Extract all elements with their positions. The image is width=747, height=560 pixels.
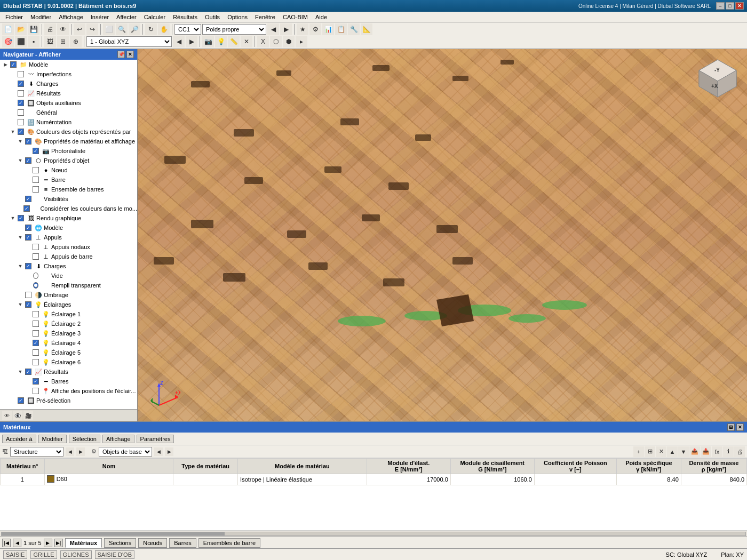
tab-materiaux[interactable]: Matériaux [65, 538, 102, 548]
nav-icon2[interactable]: 👁‍🗨 [13, 411, 22, 420]
expand-icon[interactable]: ▼ [17, 263, 23, 269]
tree-modele[interactable]: ▶ ✓ 📁 Modèle [0, 60, 137, 69]
viewport-3d[interactable]: Z +X [138, 49, 747, 421]
combo2-next[interactable]: ▶ [165, 447, 173, 456]
viewport-canvas[interactable]: Z +X [138, 49, 747, 421]
redo-button[interactable]: ↪ [86, 23, 98, 35]
select-all-button[interactable]: ⬜ [103, 23, 115, 35]
menu-item-fentre[interactable]: Fenêtre [252, 13, 279, 21]
tree-prop-objet[interactable]: ▼ ✓ ⬡ Propriétés d'objet [0, 156, 137, 165]
preview-button[interactable]: 👁 [57, 23, 69, 35]
tab-barres[interactable]: Barres [169, 538, 196, 548]
check-resultats[interactable] [18, 90, 24, 97]
radio-rempli[interactable] [33, 282, 38, 289]
check-eclairages[interactable]: ✓ [25, 301, 31, 308]
objets-combo[interactable]: Objets de base [99, 447, 152, 457]
check-photo[interactable]: ✓ [33, 148, 39, 154]
tree-photorealiste[interactable]: ✓ 📷 Photoréaliste [0, 146, 137, 156]
minimize-button[interactable]: – [716, 2, 725, 10]
mat-export-button[interactable]: 📤 [689, 446, 700, 457]
tb-extra5[interactable]: 🔧 [348, 23, 360, 35]
first-page-button[interactable]: |◀ [2, 539, 11, 547]
tree-barres-res[interactable]: ✓ ━ Barres [0, 377, 137, 386]
check-appuis[interactable]: ✓ [25, 234, 31, 241]
tree-couleurs[interactable]: ▼ ✓ 🎨 Couleurs des objets représentés pa… [0, 127, 137, 137]
check-ecl3[interactable] [33, 330, 39, 337]
check-general[interactable] [18, 109, 24, 116]
tree-resultats-rendu[interactable]: ▼ ✓ 📈 Résultats [0, 367, 137, 377]
view-xyz-button[interactable]: 🎯 [2, 36, 14, 47]
tree-noeud[interactable]: ● Nœud [0, 165, 137, 175]
combo-next[interactable]: ▶ [76, 447, 85, 456]
solid-button[interactable]: ⬢ [283, 36, 295, 47]
print-button[interactable]: 🖨 [44, 23, 56, 35]
cc-combo[interactable]: CC1 [174, 24, 201, 35]
tree-charges-model[interactable]: ✓ ⬇ Charges [0, 79, 137, 89]
expand-icon[interactable]: ▼ [10, 129, 16, 134]
check-couleurs-mo[interactable]: ✓ [23, 205, 30, 212]
selection-button[interactable]: Sélection [69, 435, 100, 443]
check-appuis-nod[interactable] [33, 244, 39, 250]
check-ecl1[interactable] [33, 311, 39, 317]
check-modele-rendu[interactable]: ✓ [25, 225, 31, 231]
zoom-out-button[interactable]: 🔎 [129, 23, 140, 35]
menu-item-aide[interactable]: Aide [312, 13, 330, 21]
table-row[interactable]: 1 D60 Isotrope | Linéaire élastique 1700… [1, 474, 747, 485]
tree-general[interactable]: Général [0, 108, 137, 117]
saisie-label[interactable]: SAISIE [3, 550, 27, 559]
tree-rendu[interactable]: ▼ ✓ 🖼 Rendu graphique [0, 213, 137, 223]
tree-visibilites[interactable]: ✓ Visibilités [0, 194, 137, 204]
tree-modele-rendu[interactable]: ✓ 🌐 Modèle [0, 223, 137, 233]
check-appuis-barre[interactable] [33, 253, 39, 260]
menu-item-affecter[interactable]: Affecter [113, 13, 140, 21]
combo2-prev[interactable]: ◀ [154, 447, 163, 456]
check-barres-res[interactable]: ✓ [33, 378, 39, 385]
tb-extra6[interactable]: 📐 [361, 23, 372, 35]
check-ecl5[interactable] [33, 349, 39, 356]
open-button[interactable]: 📂 [15, 23, 27, 35]
check-ens-barres[interactable] [33, 186, 39, 193]
expand-icon[interactable]: ▼ [17, 369, 23, 374]
nav-pin-button[interactable]: 📌 [117, 51, 125, 58]
check-charges-model[interactable]: ✓ [18, 81, 24, 87]
snap-button[interactable]: ⊕ [70, 36, 82, 47]
horizontal-scrollbar[interactable] [0, 530, 747, 537]
tree-couleurs-mo[interactable]: ✓ Considérer les couleurs dans le mo... [0, 204, 137, 213]
check-positions[interactable] [33, 388, 39, 394]
view-combo[interactable]: 1 - Global XYZ [86, 36, 172, 47]
parametres-button[interactable]: Paramètres [137, 435, 174, 443]
mat-up-button[interactable]: ▲ [667, 446, 678, 457]
new-button[interactable]: 📄 [2, 23, 14, 35]
menu-item-modifier[interactable]: Modifier [27, 13, 54, 21]
table-body[interactable]: 1 D60 Isotrope | Linéaire élastique 1700… [1, 474, 747, 485]
tree-preselection[interactable]: ✓ 🔲 Pré-sélection [0, 396, 137, 405]
tree-appuis-nodaux[interactable]: ⊥ Appuis nodaux [0, 242, 137, 252]
view-next-button[interactable]: ▶ [186, 36, 197, 47]
view-side-button[interactable]: ▪ [28, 36, 39, 47]
xray-button[interactable]: X [257, 36, 269, 47]
mat-import-button[interactable]: 📥 [701, 446, 711, 457]
structure-combo[interactable]: Structure [10, 447, 63, 457]
rotate-button[interactable]: ↻ [145, 23, 157, 35]
tree-charges-rendu[interactable]: ▼ ✓ ⬇ Charges [0, 261, 137, 271]
radio-vide[interactable] [33, 273, 38, 279]
tree-barre[interactable]: ━ Barre [0, 175, 137, 185]
close-button[interactable]: ✕ [735, 2, 744, 10]
expand-icon[interactable]: ▼ [17, 139, 23, 144]
tree-rempli[interactable]: Rempli transparent [0, 281, 137, 290]
menu-item-fichier[interactable]: Fichier [2, 13, 26, 21]
tree-ecl6[interactable]: 💡 Éclairage 6 [0, 357, 137, 367]
tree-resultats[interactable]: 📈 Résultats [0, 89, 137, 98]
tree-prop-materiau[interactable]: ▼ ✓ 🎨 Propriétés de matériau et affichag… [0, 137, 137, 146]
tb-extra2[interactable]: ⚙ [309, 23, 321, 35]
zoom-in-button[interactable]: 🔍 [116, 23, 128, 35]
mat-calc-button[interactable]: fx [712, 446, 722, 457]
delete-button[interactable]: ✕ [241, 36, 252, 47]
tab-noeuds[interactable]: Nœuds [138, 538, 167, 548]
undo-button[interactable]: ↩ [74, 23, 85, 35]
menu-item-rsultats[interactable]: Résultats [170, 13, 201, 21]
scrollbar-thumb[interactable] [2, 532, 225, 535]
check-visib[interactable]: ✓ [25, 196, 31, 202]
nav-tree[interactable]: ▶ ✓ 📁 Modèle 〰 Imperfections ✓ ⬇ [0, 60, 137, 409]
mat-down-button[interactable]: ▼ [678, 446, 689, 457]
